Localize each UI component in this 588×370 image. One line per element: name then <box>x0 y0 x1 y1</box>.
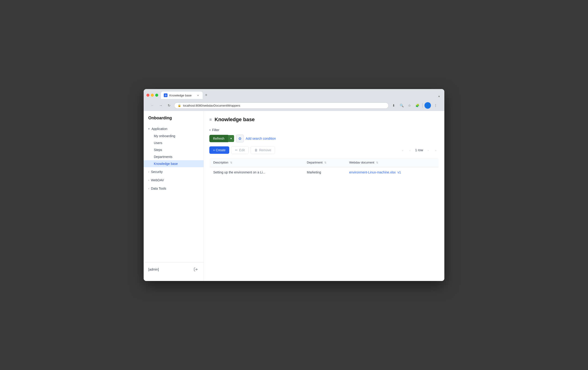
hamburger-menu-icon[interactable]: ≡ <box>209 117 212 122</box>
install-button[interactable]: ⬇ <box>390 102 397 109</box>
tab-close-button[interactable]: × <box>196 93 200 97</box>
table-actions: + Create ✏ Edit 🗑 Remove « ‹ 1 row › » <box>209 146 439 154</box>
table-header: Description ⇅ Department ⇅ Webdav docume… <box>210 158 439 167</box>
close-window-button[interactable] <box>147 94 149 97</box>
tab-dropdown-button[interactable]: ▾ <box>437 94 441 99</box>
main-header: ≡ Knowledge base <box>209 117 439 123</box>
filter-actions: Refresh ▾ ⚙ Add search condition <box>209 134 439 143</box>
app-content: Onboarding ▾ Application My onboarding U… <box>144 111 444 281</box>
maximize-window-button[interactable] <box>155 94 158 97</box>
chevron-right-icon-3: › <box>148 187 149 190</box>
version-badge: v1 <box>397 170 401 174</box>
filter-label: Filter <box>212 128 219 132</box>
sidebar-section-header-webdav[interactable]: › WebDAV <box>144 176 204 184</box>
filter-header[interactable]: ▾ Filter <box>209 128 439 132</box>
active-tab[interactable]: ⊙ Knowledge base × <box>161 92 203 99</box>
sidebar-section-label-data-tools: Data Tools <box>151 187 166 190</box>
sidebar-section-header-security[interactable]: › Security <box>144 168 204 175</box>
column-department[interactable]: Department ⇅ <box>303 158 345 167</box>
sidebar-item-steps[interactable]: Steps <box>144 146 204 153</box>
cell-description: Setting up the environment on a Li... <box>210 167 303 178</box>
new-tab-button[interactable]: + <box>203 91 210 99</box>
sidebar-section-data-tools: › Data Tools <box>144 185 204 192</box>
forward-button[interactable]: → <box>158 102 164 109</box>
pencil-icon: ✏ <box>235 148 238 152</box>
chevron-right-icon-2: › <box>148 179 149 182</box>
first-page-button[interactable]: « <box>399 147 406 153</box>
last-page-button[interactable]: » <box>432 147 439 153</box>
webdav-document-link[interactable]: environment-Linux-machine.xlsx <box>349 170 396 174</box>
cell-department: Marketing <box>303 167 345 178</box>
sidebar-items-application: My onboarding Users Steps Departments Kn… <box>144 133 204 167</box>
table-row[interactable]: Setting up the environment on a Li... Ma… <box>210 167 439 178</box>
refresh-button[interactable]: ↻ <box>166 102 172 109</box>
titlebar: ⊙ Knowledge base × + ▾ <box>147 91 441 99</box>
url-text: localhost:8080/webdavDocumentWrappers <box>183 104 240 107</box>
minimize-window-button[interactable] <box>151 94 154 97</box>
sidebar-user-label: [admin] <box>148 267 159 271</box>
sidebar-section-header-application[interactable]: ▾ Application <box>144 125 204 133</box>
cell-webdav-document: environment-Linux-machine.xlsx v1 <box>346 167 439 178</box>
extensions-button[interactable]: 🧩 <box>414 102 420 109</box>
refresh-main-button[interactable]: Refresh <box>209 135 228 142</box>
page-title: Knowledge base <box>215 117 255 123</box>
filter-chevron-icon: ▾ <box>209 129 211 132</box>
table-body: Setting up the environment on a Li... Ma… <box>210 167 439 178</box>
logout-button[interactable] <box>192 266 199 273</box>
chevron-right-icon: › <box>148 170 149 173</box>
sort-icon-department: ⇅ <box>324 161 326 164</box>
toolbar-actions: ⬇ 🔍 ☆ 🧩 👤 ⋮ <box>390 102 439 109</box>
refresh-button-group: Refresh ▾ <box>209 135 234 142</box>
edit-button[interactable]: ✏ Edit <box>231 146 249 154</box>
security-icon: 🔒 <box>178 104 181 107</box>
filter-settings-button[interactable]: ⚙ <box>236 134 244 143</box>
sort-icon-webdav: ⇅ <box>376 161 378 164</box>
sidebar-section-webdav: › WebDAV <box>144 176 204 184</box>
sidebar: Onboarding ▾ Application My onboarding U… <box>144 111 204 281</box>
tab-favicon: ⊙ <box>164 93 168 97</box>
filter-section: ▾ Filter Refresh ▾ ⚙ Add search conditio… <box>209 128 439 143</box>
create-button[interactable]: + Create <box>209 146 229 154</box>
toolbar-divider <box>422 103 423 108</box>
sidebar-item-users[interactable]: Users <box>144 139 204 146</box>
bookmark-button[interactable]: ☆ <box>406 102 413 109</box>
gear-icon: ⚙ <box>238 136 242 141</box>
trash-icon: 🗑 <box>254 148 258 152</box>
sidebar-item-departments[interactable]: Departments <box>144 153 204 160</box>
sidebar-item-my-onboarding[interactable]: My onboarding <box>144 133 204 139</box>
sidebar-item-knowledge-base[interactable]: Knowledge base <box>144 160 204 167</box>
main-content: ≡ Knowledge base ▾ Filter Refresh ▾ ⚙ <box>204 111 444 281</box>
sidebar-section-security: › Security <box>144 168 204 175</box>
back-button[interactable]: ← <box>149 102 156 109</box>
tab-bar: ⊙ Knowledge base × + ▾ <box>161 91 441 99</box>
menu-button[interactable]: ⋮ <box>432 102 439 109</box>
browser-toolbar: ← → ↻ 🔒 localhost:8080/webdavDocumentWra… <box>147 101 441 111</box>
browser-chrome: ⊙ Knowledge base × + ▾ ← → ↻ 🔒 localhost… <box>144 89 444 111</box>
sort-icon-description: ⇅ <box>230 161 232 164</box>
sidebar-footer: [admin] <box>144 262 204 276</box>
next-page-button[interactable]: › <box>425 147 431 153</box>
pagination: « ‹ 1 row › » <box>399 147 439 153</box>
sidebar-section-label-application: Application <box>151 127 168 131</box>
zoom-button[interactable]: 🔍 <box>398 102 405 109</box>
chevron-down-icon: ▾ <box>148 127 150 130</box>
sidebar-section-header-data-tools[interactable]: › Data Tools <box>144 185 204 192</box>
sidebar-section-label-webdav: WebDAV <box>151 178 164 182</box>
data-table: Description ⇅ Department ⇅ Webdav docume… <box>209 158 439 178</box>
tab-title: Knowledge base <box>169 94 191 97</box>
traffic-lights <box>147 94 158 97</box>
sidebar-section-label-security: Security <box>151 170 163 174</box>
sidebar-title: Onboarding <box>144 116 204 125</box>
column-webdav-document[interactable]: Webdav document ⇅ <box>346 158 439 167</box>
column-description[interactable]: Description ⇅ <box>210 158 303 167</box>
profile-avatar[interactable]: 👤 <box>424 102 431 109</box>
remove-button[interactable]: 🗑 Remove <box>251 146 275 154</box>
refresh-dropdown-button[interactable]: ▾ <box>228 135 234 142</box>
address-bar[interactable]: 🔒 localhost:8080/webdavDocumentWrappers <box>174 103 388 109</box>
add-search-condition-button[interactable]: Add search condition <box>246 136 276 141</box>
browser-window: ⊙ Knowledge base × + ▾ ← → ↻ 🔒 localhost… <box>144 89 444 281</box>
pagination-info: 1 row <box>415 148 423 152</box>
sidebar-section-application: ▾ Application My onboarding Users Steps … <box>144 125 204 167</box>
prev-page-button[interactable]: ‹ <box>407 147 413 153</box>
